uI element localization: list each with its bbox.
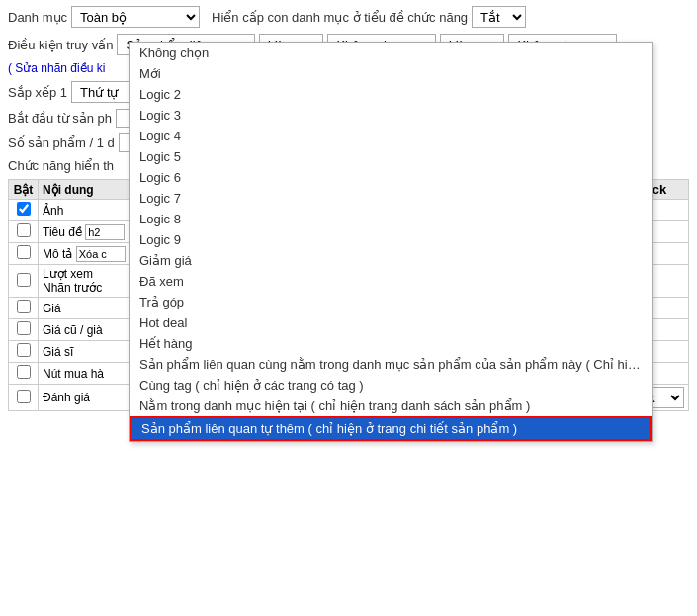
dropdown-item-3[interactable]: Logic 3 [130,105,652,126]
dropdown-item-8[interactable]: Logic 8 [130,209,652,229]
feature-check-4[interactable] [17,300,31,313]
dropdown-item-0[interactable]: Không chọn [130,43,652,63]
feature-check-1[interactable] [17,223,31,237]
hien-cap-label: Hiển cấp con danh mục ở tiểu đề chức năn… [212,10,468,25]
feature-check-5[interactable] [17,321,31,335]
dieu-kien-label: Điều kiện truy vấn [8,38,113,52]
main-container: Danh mục Toàn bộ Hiển cấp con danh mục ở… [0,0,697,616]
sap-xep-label: Sắp xếp 1 [8,85,67,100]
feature-check-3[interactable] [17,273,31,287]
dropdown-item-5[interactable]: Logic 5 [130,146,652,167]
danh-muc-row: Danh mục Toàn bộ Hiển cấp con danh mục ở… [8,6,689,28]
feature-check-7[interactable] [17,365,31,379]
dropdown-item-14[interactable]: Hết hàng [130,333,652,354]
dropdown-item-1[interactable]: Mới [130,63,652,84]
dropdown-item-9[interactable]: Logic 9 [130,229,652,250]
hien-cap-select[interactable]: Tắt [472,6,526,28]
dropdown-item-2[interactable]: Logic 2 [130,84,652,105]
feature-check-8[interactable] [17,390,31,403]
dropdown-item-7[interactable]: Logic 7 [130,188,652,209]
feature-extra-2[interactable] [76,246,126,262]
chuc-nang-label: Chức năng hiển th [8,158,114,173]
dropdown-item-16[interactable]: Cùng tag ( chỉ hiện ở các trang có tag ) [130,375,652,396]
dropdown-item-15[interactable]: Sản phẩm liên quan cùng nằm trong danh m… [130,354,652,375]
dropdown-item-13[interactable]: Hot deal [130,312,652,333]
feature-extra-1[interactable] [85,224,125,240]
dropdown-item-12[interactable]: Trả góp [130,292,652,312]
dropdown-item-11[interactable]: Đã xem [130,271,652,292]
dropdown-item-18[interactable]: Sản phẩm liên quan tự thêm ( chỉ hiện ở … [130,416,652,441]
bat-dau-label: Bắt đầu từ sản ph [8,111,112,126]
feature-check-0[interactable] [17,202,31,216]
dropdown-item-10[interactable]: Giảm giá [130,250,652,271]
danh-muc-select[interactable]: Toàn bộ [71,6,200,28]
danh-muc-label: Danh mục [8,10,67,25]
so-san-pham-label: Số sản phẩm / 1 d [8,135,115,150]
sua-nhan-link[interactable]: ( Sửa nhãn điều ki [8,61,105,75]
dropdown-item-6[interactable]: Logic 6 [130,167,652,188]
dropdown-item-4[interactable]: Logic 4 [130,126,652,146]
dropdown-overlay: Không chọn Mới Logic 2 Logic 3 Logic 4 L… [129,42,653,442]
feature-check-2[interactable] [17,245,31,259]
dropdown-item-17[interactable]: Nằm trong danh mục hiện tại ( chỉ hiện t… [130,396,652,416]
feature-check-6[interactable] [17,343,31,357]
col-bat: Bật [9,180,39,200]
